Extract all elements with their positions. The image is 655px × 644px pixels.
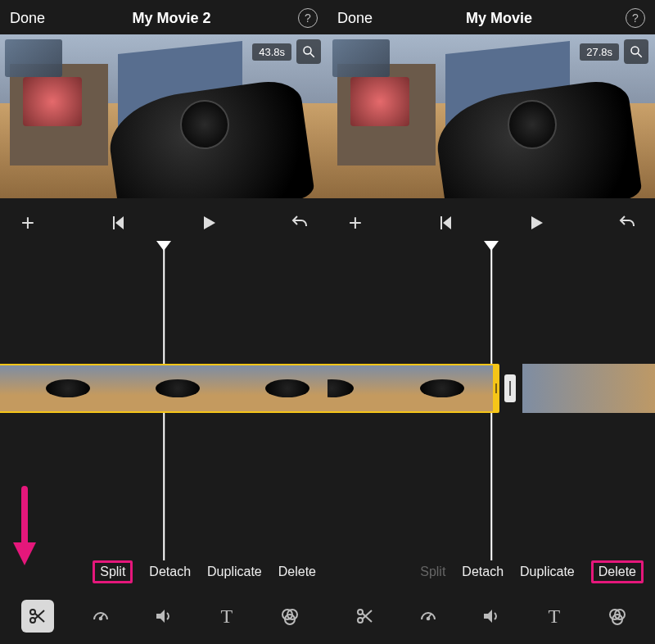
undo-icon[interactable] — [288, 211, 311, 234]
filters-icon[interactable] — [273, 600, 306, 633]
play-icon[interactable] — [525, 211, 548, 234]
done-button[interactable]: Done — [10, 10, 45, 27]
skip-back-icon[interactable] — [107, 211, 130, 234]
scissors-icon[interactable] — [21, 600, 54, 633]
done-button[interactable]: Done — [337, 10, 373, 27]
transport-bar: + — [0, 198, 328, 241]
magnify-icon[interactable] — [624, 39, 648, 64]
svg-line-19 — [638, 53, 642, 57]
duplicate-button[interactable]: Duplicate — [520, 565, 575, 579]
video-clip-next[interactable] — [522, 364, 655, 413]
svg-rect-3 — [113, 216, 115, 229]
app-root: Done My Movie 2 ? 43.8s + — [0, 0, 655, 644]
clip-track — [328, 364, 655, 413]
panel-left: Done My Movie 2 ? 43.8s + — [0, 0, 328, 644]
svg-point-18 — [631, 47, 639, 54]
project-title: My Movie — [466, 10, 532, 27]
detach-button[interactable]: Detach — [462, 565, 504, 579]
help-icon[interactable]: ? — [626, 8, 645, 28]
delete-button[interactable]: Delete — [278, 565, 316, 579]
help-icon[interactable]: ? — [298, 8, 318, 28]
video-clip[interactable] — [0, 364, 328, 413]
clip-trim-handle[interactable] — [493, 365, 499, 411]
transport-bar: + — [328, 198, 655, 241]
scissors-icon[interactable] — [349, 600, 382, 633]
add-media-button[interactable]: + — [344, 211, 367, 234]
text-icon[interactable]: T — [210, 600, 243, 633]
toolbar: T — [0, 592, 328, 644]
split-button[interactable]: Split — [93, 560, 133, 583]
project-title: My Movie 2 — [133, 10, 211, 27]
time-badge: 27.8s — [580, 43, 619, 61]
svg-marker-20 — [443, 216, 451, 229]
toolbar: T — [328, 592, 655, 644]
clip-actions: Split Detach Duplicate Delete — [328, 560, 655, 592]
svg-line-1 — [310, 53, 314, 57]
svg-marker-4 — [204, 216, 215, 229]
svg-marker-30 — [484, 610, 492, 623]
svg-point-0 — [304, 47, 311, 54]
detach-button[interactable]: Detach — [149, 565, 191, 579]
speedometer-icon[interactable] — [84, 600, 117, 633]
header: Done My Movie ? — [328, 0, 655, 34]
annotation-arrow — [10, 485, 39, 570]
speedometer-icon[interactable] — [412, 600, 445, 633]
header: Done My Movie 2 ? — [0, 0, 328, 34]
minimap — [332, 39, 390, 77]
video-preview[interactable]: 27.8s — [328, 34, 655, 198]
volume-icon[interactable] — [475, 600, 508, 633]
text-icon[interactable]: T — [538, 600, 571, 633]
preview-hud: 27.8s — [580, 39, 648, 64]
preview-hud: 43.8s — [252, 39, 321, 64]
filters-icon[interactable] — [601, 600, 634, 633]
video-clip-selected[interactable] — [328, 364, 499, 413]
svg-point-29 — [427, 618, 430, 620]
magnify-icon[interactable] — [296, 39, 321, 64]
svg-rect-21 — [440, 216, 442, 229]
timeline[interactable] — [328, 241, 655, 560]
svg-marker-2 — [115, 216, 124, 229]
panel-right: Done My Movie ? 27.8s + — [328, 0, 655, 644]
timeline[interactable] — [0, 241, 328, 560]
video-preview[interactable]: 43.8s — [0, 34, 328, 198]
transition-marker[interactable] — [504, 374, 516, 402]
split-button: Split — [420, 565, 445, 579]
clip-actions: Split Detach Duplicate Delete — [0, 560, 328, 592]
clip-track — [0, 364, 328, 413]
svg-marker-22 — [531, 216, 543, 229]
svg-marker-14 — [156, 610, 165, 623]
svg-marker-7 — [13, 542, 36, 565]
volume-icon[interactable] — [147, 600, 180, 633]
delete-button[interactable]: Delete — [591, 560, 644, 583]
svg-point-13 — [100, 618, 102, 620]
duplicate-button[interactable]: Duplicate — [207, 565, 262, 579]
minimap — [5, 39, 62, 77]
time-badge: 43.8s — [252, 43, 291, 61]
play-icon[interactable] — [197, 211, 220, 234]
add-media-button[interactable]: + — [16, 211, 39, 234]
skip-back-icon[interactable] — [435, 211, 458, 234]
undo-icon[interactable] — [616, 211, 639, 234]
